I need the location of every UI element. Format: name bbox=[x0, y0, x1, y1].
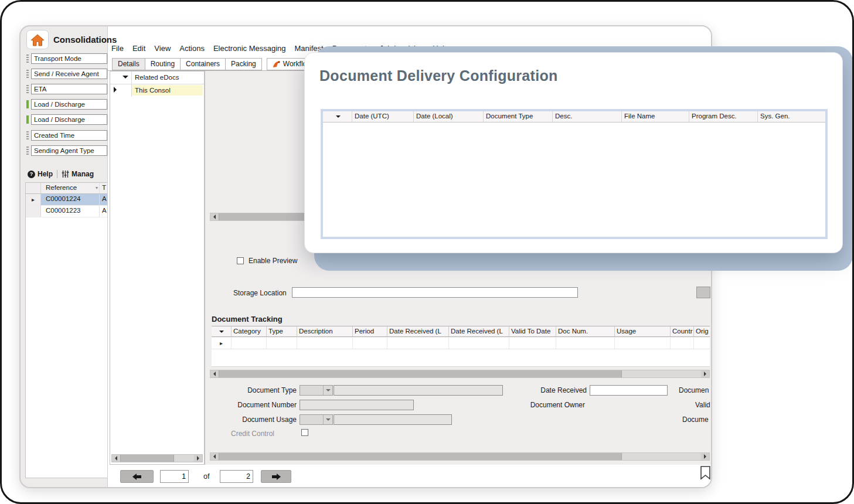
bookmark-icon[interactable] bbox=[699, 466, 711, 482]
scroll-right-button[interactable] bbox=[701, 453, 709, 460]
drag-handle-icon[interactable] bbox=[26, 115, 29, 124]
tree-item-related-edocs[interactable]: Related eDocs bbox=[135, 74, 179, 81]
column-header[interactable]: Desc. bbox=[553, 111, 622, 122]
house-glyph bbox=[30, 33, 45, 46]
drag-handle-icon[interactable] bbox=[26, 85, 29, 93]
sidebar-toolbar: ? Help Manag bbox=[28, 169, 94, 179]
column-header[interactable]: Description bbox=[297, 326, 353, 336]
drag-handle-icon[interactable] bbox=[26, 131, 29, 139]
scroll-track[interactable] bbox=[622, 370, 701, 377]
filter-field[interactable]: Created Time bbox=[31, 130, 107, 141]
total-pages-input[interactable] bbox=[220, 470, 253, 483]
tree-item-this-consol[interactable]: This Consol bbox=[135, 87, 171, 94]
drag-handle-icon[interactable] bbox=[26, 147, 29, 155]
document-usage-label: Document Usage bbox=[232, 416, 297, 424]
filter-field[interactable]: Load / Discharge bbox=[31, 99, 107, 110]
enable-preview-label: Enable Preview bbox=[249, 257, 297, 265]
reference-cell[interactable]: C00001223 bbox=[41, 206, 100, 217]
menu-edit[interactable]: Edit bbox=[132, 44, 145, 53]
scroll-track[interactable] bbox=[174, 455, 194, 462]
tab-details[interactable]: Details bbox=[112, 58, 145, 70]
storage-location-input[interactable] bbox=[292, 287, 578, 298]
column-header[interactable]: Document Type bbox=[484, 111, 553, 122]
filter-dropdown-icon[interactable] bbox=[212, 326, 232, 336]
column-header[interactable]: Orig bbox=[694, 326, 710, 336]
column-header[interactable]: Date (Local) bbox=[414, 111, 484, 122]
tab-containers[interactable]: Containers bbox=[180, 58, 226, 70]
menu-actions[interactable]: Actions bbox=[179, 44, 205, 53]
table-row[interactable]: ▸ bbox=[212, 338, 710, 349]
help-button[interactable]: Help bbox=[38, 170, 53, 178]
expand-icon[interactable] bbox=[114, 87, 117, 93]
arrow-left-icon bbox=[132, 474, 142, 480]
consol-list-header[interactable]: Reference ▾ T bbox=[26, 183, 107, 194]
column-header[interactable]: Doc Num. bbox=[556, 326, 615, 336]
credit-control-checkbox[interactable] bbox=[301, 429, 308, 436]
filter-field[interactable]: ETA bbox=[31, 84, 107, 94]
date-received-input[interactable] bbox=[590, 385, 668, 396]
column-header[interactable]: Date Received (L bbox=[449, 326, 509, 336]
document-usage-combo[interactable] bbox=[300, 414, 333, 425]
table-row[interactable]: C00001223 A bbox=[26, 206, 107, 217]
column-header[interactable]: Usage bbox=[615, 326, 671, 336]
scroll-track[interactable] bbox=[622, 453, 701, 460]
sort-icon[interactable]: ▾ bbox=[96, 184, 98, 193]
column-header[interactable]: Program Desc. bbox=[689, 111, 758, 122]
filter-field[interactable]: Sending Agent Type bbox=[31, 145, 107, 156]
menu-file[interactable]: File bbox=[111, 44, 124, 53]
chevron-down-icon[interactable] bbox=[323, 415, 332, 424]
reference-cell[interactable]: C00001224 bbox=[41, 194, 100, 205]
scroll-thumb[interactable] bbox=[120, 455, 174, 462]
document-usage-input[interactable] bbox=[334, 414, 452, 425]
drag-handle-icon[interactable] bbox=[26, 70, 29, 78]
scroll-left-button[interactable] bbox=[112, 455, 120, 462]
next-page-button[interactable] bbox=[261, 470, 291, 483]
t-cell[interactable]: A bbox=[100, 206, 107, 217]
column-header[interactable]: Sys. Gen. bbox=[758, 111, 825, 122]
filter-field[interactable]: Load / Discharge bbox=[31, 114, 107, 125]
filter-dropdown-icon[interactable] bbox=[323, 111, 352, 122]
column-header[interactable]: Date (UTC) bbox=[352, 111, 414, 122]
reference-column-header[interactable]: Reference ▾ bbox=[41, 183, 100, 193]
drag-handle-icon[interactable] bbox=[26, 100, 29, 108]
filter-field[interactable]: Send / Receive Agent bbox=[31, 69, 107, 79]
column-header[interactable]: Countr bbox=[671, 326, 694, 336]
filter-field[interactable]: Transport Mode bbox=[31, 53, 107, 64]
scroll-right-button[interactable] bbox=[194, 455, 202, 462]
document-number-input[interactable] bbox=[300, 400, 414, 410]
menu-view[interactable]: View bbox=[154, 44, 171, 53]
tab-packing[interactable]: Packing bbox=[225, 58, 262, 70]
t-column-header[interactable]: T bbox=[100, 183, 107, 193]
table-row[interactable]: ▸ C00001224 A bbox=[26, 194, 107, 206]
column-header[interactable]: Valid To Date bbox=[509, 326, 556, 336]
chevron-down-icon[interactable] bbox=[323, 386, 332, 395]
column-header[interactable]: Type bbox=[267, 326, 297, 336]
enable-preview-checkbox[interactable] bbox=[237, 257, 244, 264]
previous-page-button[interactable] bbox=[120, 470, 154, 483]
current-page-input[interactable] bbox=[160, 470, 189, 483]
scroll-left-button[interactable] bbox=[210, 213, 219, 220]
scroll-thumb[interactable] bbox=[219, 370, 622, 377]
tab-routing[interactable]: Routing bbox=[145, 58, 181, 70]
menu-electronic-messaging[interactable]: Electronic Messaging bbox=[213, 44, 286, 53]
tree-horizontal-scrollbar[interactable] bbox=[111, 454, 203, 462]
document-type-combo[interactable] bbox=[300, 385, 333, 396]
scroll-right-button[interactable] bbox=[701, 370, 709, 377]
document-type-input[interactable] bbox=[334, 385, 503, 396]
home-icon[interactable] bbox=[26, 30, 49, 49]
manage-button[interactable]: Manag bbox=[72, 170, 94, 178]
form-horizontal-scrollbar[interactable] bbox=[210, 452, 710, 461]
column-header[interactable]: Category bbox=[232, 326, 267, 336]
scroll-left-button[interactable] bbox=[210, 370, 219, 377]
collapse-icon[interactable] bbox=[123, 76, 128, 79]
tracking-horizontal-scrollbar[interactable] bbox=[210, 370, 710, 378]
drag-handle-icon[interactable] bbox=[26, 55, 29, 63]
t-cell[interactable]: A bbox=[100, 194, 107, 205]
column-header[interactable]: Date Received (L bbox=[387, 326, 449, 336]
storage-browse-button[interactable] bbox=[696, 287, 710, 298]
column-header[interactable]: Period bbox=[353, 326, 387, 336]
help-icon: ? bbox=[28, 171, 35, 178]
scroll-thumb[interactable] bbox=[219, 453, 622, 460]
column-header[interactable]: File Name bbox=[622, 111, 689, 122]
scroll-left-button[interactable] bbox=[210, 453, 219, 460]
